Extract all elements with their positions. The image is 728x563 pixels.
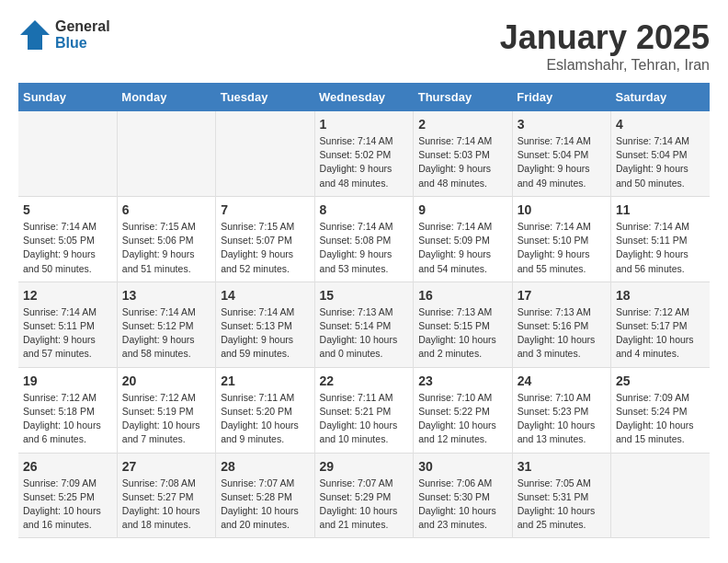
month-title: January 2025 (500, 18, 710, 57)
day-number: 24 (518, 373, 606, 388)
weekday-header-monday: Monday (117, 83, 215, 111)
logo-blue-text: Blue (55, 35, 110, 52)
day-number: 10 (518, 202, 606, 217)
calendar-week-row: 12Sunrise: 7:14 AM Sunset: 5:11 PM Dayli… (18, 282, 710, 367)
weekday-header-saturday: Saturday (610, 83, 710, 111)
day-number: 23 (418, 373, 506, 388)
day-number: 29 (320, 459, 409, 474)
day-number: 25 (616, 373, 705, 388)
calendar-cell: 5Sunrise: 7:14 AM Sunset: 5:05 PM Daylig… (18, 196, 117, 282)
day-info: Sunrise: 7:12 AM Sunset: 5:19 PM Dayligh… (122, 391, 210, 447)
calendar-cell (117, 111, 215, 196)
location: Eslamshahr, Tehran, Iran (500, 57, 710, 74)
day-number: 12 (23, 288, 112, 303)
calendar-cell: 14Sunrise: 7:14 AM Sunset: 5:13 PM Dayli… (216, 282, 314, 367)
weekday-header-wednesday: Wednesday (314, 83, 414, 111)
calendar-week-row: 19Sunrise: 7:12 AM Sunset: 5:18 PM Dayli… (18, 367, 710, 453)
day-number: 17 (518, 288, 606, 303)
calendar-cell (610, 453, 710, 538)
day-number: 16 (418, 288, 506, 303)
day-info: Sunrise: 7:06 AM Sunset: 5:30 PM Dayligh… (418, 477, 506, 533)
day-info: Sunrise: 7:14 AM Sunset: 5:02 PM Dayligh… (320, 134, 409, 190)
day-number: 11 (616, 202, 705, 217)
day-info: Sunrise: 7:07 AM Sunset: 5:28 PM Dayligh… (221, 477, 309, 533)
day-info: Sunrise: 7:05 AM Sunset: 5:31 PM Dayligh… (518, 477, 606, 533)
logo-icon (18, 18, 51, 52)
day-number: 5 (23, 202, 112, 217)
calendar-cell: 23Sunrise: 7:10 AM Sunset: 5:22 PM Dayli… (414, 367, 512, 453)
day-number: 30 (418, 459, 506, 474)
calendar-cell: 3Sunrise: 7:14 AM Sunset: 5:04 PM Daylig… (512, 111, 610, 196)
day-number: 18 (616, 288, 705, 303)
day-number: 2 (418, 117, 506, 132)
calendar-cell: 15Sunrise: 7:13 AM Sunset: 5:14 PM Dayli… (314, 282, 414, 367)
day-info: Sunrise: 7:08 AM Sunset: 5:27 PM Dayligh… (122, 477, 210, 533)
weekday-header-sunday: Sunday (18, 83, 117, 111)
calendar-cell: 25Sunrise: 7:09 AM Sunset: 5:24 PM Dayli… (610, 367, 710, 453)
day-number: 20 (122, 373, 210, 388)
day-info: Sunrise: 7:14 AM Sunset: 5:08 PM Dayligh… (320, 220, 409, 276)
day-info: Sunrise: 7:13 AM Sunset: 5:14 PM Dayligh… (320, 305, 409, 362)
day-info: Sunrise: 7:11 AM Sunset: 5:21 PM Dayligh… (320, 391, 409, 447)
calendar-cell: 10Sunrise: 7:14 AM Sunset: 5:10 PM Dayli… (512, 196, 610, 282)
day-info: Sunrise: 7:12 AM Sunset: 5:17 PM Dayligh… (616, 305, 705, 362)
calendar-table: SundayMondayTuesdayWednesdayThursdayFrid… (18, 83, 710, 538)
calendar-cell: 6Sunrise: 7:15 AM Sunset: 5:06 PM Daylig… (117, 196, 215, 282)
day-number: 3 (518, 117, 606, 132)
logo: General Blue (18, 18, 110, 52)
day-number: 6 (122, 202, 210, 217)
day-number: 19 (23, 373, 112, 388)
day-info: Sunrise: 7:07 AM Sunset: 5:29 PM Dayligh… (320, 477, 409, 533)
calendar-cell: 4Sunrise: 7:14 AM Sunset: 5:04 PM Daylig… (610, 111, 710, 196)
day-number: 1 (320, 117, 409, 132)
calendar-cell: 26Sunrise: 7:09 AM Sunset: 5:25 PM Dayli… (18, 453, 117, 538)
weekday-header-thursday: Thursday (414, 83, 512, 111)
day-number: 13 (122, 288, 210, 303)
calendar-cell: 27Sunrise: 7:08 AM Sunset: 5:27 PM Dayli… (117, 453, 215, 538)
title-block: January 2025 Eslamshahr, Tehran, Iran (500, 18, 710, 74)
day-info: Sunrise: 7:09 AM Sunset: 5:24 PM Dayligh… (616, 391, 705, 447)
day-number: 26 (23, 459, 112, 474)
day-number: 14 (221, 288, 309, 303)
calendar-cell: 8Sunrise: 7:14 AM Sunset: 5:08 PM Daylig… (314, 196, 414, 282)
calendar-cell: 31Sunrise: 7:05 AM Sunset: 5:31 PM Dayli… (512, 453, 610, 538)
weekday-header-friday: Friday (512, 83, 610, 111)
calendar-week-row: 26Sunrise: 7:09 AM Sunset: 5:25 PM Dayli… (18, 453, 710, 538)
day-info: Sunrise: 7:14 AM Sunset: 5:10 PM Dayligh… (518, 220, 606, 276)
day-info: Sunrise: 7:14 AM Sunset: 5:12 PM Dayligh… (122, 305, 210, 362)
day-info: Sunrise: 7:10 AM Sunset: 5:22 PM Dayligh… (418, 391, 506, 447)
logo-text: General Blue (55, 18, 110, 51)
day-number: 22 (320, 373, 409, 388)
calendar-cell: 28Sunrise: 7:07 AM Sunset: 5:28 PM Dayli… (216, 453, 314, 538)
calendar-week-row: 5Sunrise: 7:14 AM Sunset: 5:05 PM Daylig… (18, 196, 710, 282)
day-info: Sunrise: 7:14 AM Sunset: 5:04 PM Dayligh… (616, 134, 705, 190)
calendar-week-row: 1Sunrise: 7:14 AM Sunset: 5:02 PM Daylig… (18, 111, 710, 196)
day-number: 9 (418, 202, 506, 217)
day-info: Sunrise: 7:14 AM Sunset: 5:09 PM Dayligh… (418, 220, 506, 276)
day-number: 21 (221, 373, 309, 388)
day-number: 27 (122, 459, 210, 474)
day-number: 15 (320, 288, 409, 303)
day-info: Sunrise: 7:14 AM Sunset: 5:05 PM Dayligh… (23, 220, 112, 276)
day-number: 28 (221, 459, 309, 474)
svg-marker-0 (20, 20, 50, 50)
calendar-cell: 18Sunrise: 7:12 AM Sunset: 5:17 PM Dayli… (610, 282, 710, 367)
day-info: Sunrise: 7:12 AM Sunset: 5:18 PM Dayligh… (23, 391, 112, 447)
day-info: Sunrise: 7:14 AM Sunset: 5:04 PM Dayligh… (518, 134, 606, 190)
day-info: Sunrise: 7:09 AM Sunset: 5:25 PM Dayligh… (23, 477, 112, 533)
day-number: 4 (616, 117, 705, 132)
calendar-cell: 24Sunrise: 7:10 AM Sunset: 5:23 PM Dayli… (512, 367, 610, 453)
calendar-cell: 13Sunrise: 7:14 AM Sunset: 5:12 PM Dayli… (117, 282, 215, 367)
calendar-cell: 19Sunrise: 7:12 AM Sunset: 5:18 PM Dayli… (18, 367, 117, 453)
day-info: Sunrise: 7:15 AM Sunset: 5:06 PM Dayligh… (122, 220, 210, 276)
calendar-cell: 17Sunrise: 7:13 AM Sunset: 5:16 PM Dayli… (512, 282, 610, 367)
day-info: Sunrise: 7:13 AM Sunset: 5:15 PM Dayligh… (418, 305, 506, 362)
weekday-header-tuesday: Tuesday (216, 83, 314, 111)
day-info: Sunrise: 7:14 AM Sunset: 5:03 PM Dayligh… (418, 134, 506, 190)
calendar-cell: 11Sunrise: 7:14 AM Sunset: 5:11 PM Dayli… (610, 196, 710, 282)
calendar-cell: 30Sunrise: 7:06 AM Sunset: 5:30 PM Dayli… (414, 453, 512, 538)
day-info: Sunrise: 7:14 AM Sunset: 5:13 PM Dayligh… (221, 305, 309, 362)
calendar-cell: 2Sunrise: 7:14 AM Sunset: 5:03 PM Daylig… (414, 111, 512, 196)
calendar-cell: 16Sunrise: 7:13 AM Sunset: 5:15 PM Dayli… (414, 282, 512, 367)
calendar-cell: 20Sunrise: 7:12 AM Sunset: 5:19 PM Dayli… (117, 367, 215, 453)
